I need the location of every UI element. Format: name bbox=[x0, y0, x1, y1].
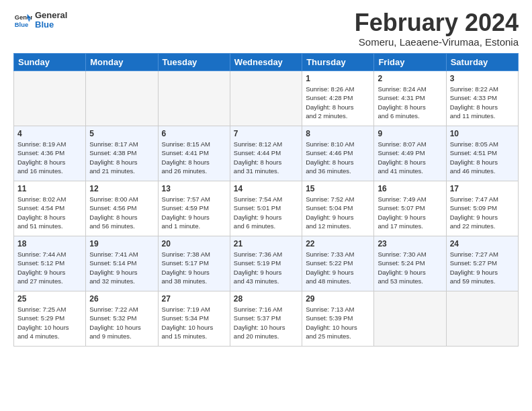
calendar-cell: 5Sunrise: 8:17 AM Sunset: 4:38 PM Daylig… bbox=[86, 126, 158, 181]
day-number: 27 bbox=[162, 294, 226, 304]
day-info: Sunrise: 7:33 AM Sunset: 5:22 PM Dayligh… bbox=[306, 250, 370, 285]
logo-icon: General Blue bbox=[13, 11, 32, 30]
day-number: 28 bbox=[234, 294, 298, 304]
calendar-cell: 17Sunrise: 7:47 AM Sunset: 5:09 PM Dayli… bbox=[446, 181, 518, 236]
day-number: 22 bbox=[306, 239, 370, 248]
logo-line2: Blue bbox=[35, 20, 67, 30]
day-number: 1 bbox=[306, 74, 370, 83]
day-info: Sunrise: 7:38 AM Sunset: 5:17 PM Dayligh… bbox=[162, 250, 226, 285]
month-title: February 2024 bbox=[355, 11, 519, 35]
day-info: Sunrise: 7:44 AM Sunset: 5:12 PM Dayligh… bbox=[17, 250, 82, 285]
calendar-cell: 1Sunrise: 8:26 AM Sunset: 4:28 PM Daylig… bbox=[302, 71, 374, 126]
day-number: 23 bbox=[378, 239, 442, 248]
header: General Blue General Blue February 2024 … bbox=[13, 11, 519, 48]
calendar-cell: 2Sunrise: 8:24 AM Sunset: 4:31 PM Daylig… bbox=[374, 71, 446, 126]
col-tuesday: Tuesday bbox=[158, 54, 230, 71]
col-saturday: Saturday bbox=[446, 54, 518, 71]
calendar-cell: 29Sunrise: 7:13 AM Sunset: 5:39 PM Dayli… bbox=[302, 291, 374, 347]
logo: General Blue General Blue bbox=[13, 11, 67, 30]
day-number: 21 bbox=[234, 239, 298, 248]
day-info: Sunrise: 8:12 AM Sunset: 4:44 PM Dayligh… bbox=[234, 140, 298, 175]
col-friday: Friday bbox=[374, 54, 446, 71]
week-row-4: 25Sunrise: 7:25 AM Sunset: 5:29 PM Dayli… bbox=[14, 291, 519, 347]
col-thursday: Thursday bbox=[302, 54, 374, 71]
day-info: Sunrise: 8:19 AM Sunset: 4:36 PM Dayligh… bbox=[17, 140, 82, 175]
day-info: Sunrise: 8:10 AM Sunset: 4:46 PM Dayligh… bbox=[306, 140, 370, 175]
week-row-2: 11Sunrise: 8:02 AM Sunset: 4:54 PM Dayli… bbox=[14, 181, 519, 236]
calendar-cell: 11Sunrise: 8:02 AM Sunset: 4:54 PM Dayli… bbox=[14, 181, 86, 236]
location-title: Someru, Laeaene-Virumaa, Estonia bbox=[355, 36, 519, 48]
calendar-cell bbox=[14, 71, 86, 126]
calendar-cell bbox=[446, 291, 518, 347]
title-block: February 2024 Someru, Laeaene-Virumaa, E… bbox=[355, 11, 519, 48]
calendar-cell: 23Sunrise: 7:30 AM Sunset: 5:24 PM Dayli… bbox=[374, 236, 446, 291]
week-row-3: 18Sunrise: 7:44 AM Sunset: 5:12 PM Dayli… bbox=[14, 236, 519, 291]
day-number: 7 bbox=[234, 129, 298, 138]
calendar-cell: 6Sunrise: 8:15 AM Sunset: 4:41 PM Daylig… bbox=[158, 126, 230, 181]
day-number: 20 bbox=[162, 239, 226, 248]
day-info: Sunrise: 7:54 AM Sunset: 5:01 PM Dayligh… bbox=[234, 195, 298, 230]
calendar-cell: 20Sunrise: 7:38 AM Sunset: 5:17 PM Dayli… bbox=[158, 236, 230, 291]
calendar-cell: 13Sunrise: 7:57 AM Sunset: 4:59 PM Dayli… bbox=[158, 181, 230, 236]
calendar-cell: 3Sunrise: 8:22 AM Sunset: 4:33 PM Daylig… bbox=[446, 71, 518, 126]
day-number: 9 bbox=[378, 129, 442, 138]
day-info: Sunrise: 7:49 AM Sunset: 5:07 PM Dayligh… bbox=[378, 195, 442, 230]
col-monday: Monday bbox=[86, 54, 158, 71]
day-number: 19 bbox=[89, 239, 154, 248]
calendar-cell bbox=[230, 71, 302, 126]
page: General Blue General Blue February 2024 … bbox=[0, 0, 532, 353]
day-info: Sunrise: 8:24 AM Sunset: 4:31 PM Dayligh… bbox=[378, 85, 442, 120]
day-info: Sunrise: 7:25 AM Sunset: 5:29 PM Dayligh… bbox=[17, 305, 82, 340]
day-info: Sunrise: 7:52 AM Sunset: 5:04 PM Dayligh… bbox=[306, 195, 370, 230]
calendar-cell bbox=[86, 71, 158, 126]
calendar-cell: 9Sunrise: 8:07 AM Sunset: 4:49 PM Daylig… bbox=[374, 126, 446, 181]
calendar-cell: 15Sunrise: 7:52 AM Sunset: 5:04 PM Dayli… bbox=[302, 181, 374, 236]
day-number: 24 bbox=[450, 239, 515, 248]
day-number: 4 bbox=[17, 129, 82, 138]
day-number: 13 bbox=[162, 184, 226, 193]
day-info: Sunrise: 7:19 AM Sunset: 5:34 PM Dayligh… bbox=[162, 305, 226, 340]
day-number: 12 bbox=[89, 184, 154, 193]
calendar-cell: 18Sunrise: 7:44 AM Sunset: 5:12 PM Dayli… bbox=[14, 236, 86, 291]
day-number: 18 bbox=[17, 239, 82, 248]
calendar-cell: 10Sunrise: 8:05 AM Sunset: 4:51 PM Dayli… bbox=[446, 126, 518, 181]
day-info: Sunrise: 7:30 AM Sunset: 5:24 PM Dayligh… bbox=[378, 250, 442, 285]
day-info: Sunrise: 7:36 AM Sunset: 5:19 PM Dayligh… bbox=[234, 250, 298, 285]
calendar-cell: 8Sunrise: 8:10 AM Sunset: 4:46 PM Daylig… bbox=[302, 126, 374, 181]
calendar-cell: 28Sunrise: 7:16 AM Sunset: 5:37 PM Dayli… bbox=[230, 291, 302, 347]
calendar-cell bbox=[374, 291, 446, 347]
day-info: Sunrise: 8:26 AM Sunset: 4:28 PM Dayligh… bbox=[306, 85, 370, 120]
day-info: Sunrise: 8:22 AM Sunset: 4:33 PM Dayligh… bbox=[450, 85, 515, 120]
week-row-0: 1Sunrise: 8:26 AM Sunset: 4:28 PM Daylig… bbox=[14, 71, 519, 126]
day-number: 14 bbox=[234, 184, 298, 193]
calendar-cell: 7Sunrise: 8:12 AM Sunset: 4:44 PM Daylig… bbox=[230, 126, 302, 181]
day-info: Sunrise: 8:17 AM Sunset: 4:38 PM Dayligh… bbox=[89, 140, 154, 175]
day-number: 6 bbox=[162, 129, 226, 138]
day-info: Sunrise: 7:41 AM Sunset: 5:14 PM Dayligh… bbox=[89, 250, 154, 285]
calendar-cell: 21Sunrise: 7:36 AM Sunset: 5:19 PM Dayli… bbox=[230, 236, 302, 291]
day-info: Sunrise: 7:57 AM Sunset: 4:59 PM Dayligh… bbox=[162, 195, 226, 230]
day-number: 15 bbox=[306, 184, 370, 193]
calendar-cell: 12Sunrise: 8:00 AM Sunset: 4:56 PM Dayli… bbox=[86, 181, 158, 236]
day-number: 16 bbox=[378, 184, 442, 193]
day-info: Sunrise: 7:27 AM Sunset: 5:27 PM Dayligh… bbox=[450, 250, 515, 285]
day-info: Sunrise: 8:07 AM Sunset: 4:49 PM Dayligh… bbox=[378, 140, 442, 175]
day-info: Sunrise: 8:15 AM Sunset: 4:41 PM Dayligh… bbox=[162, 140, 226, 175]
calendar-cell: 26Sunrise: 7:22 AM Sunset: 5:32 PM Dayli… bbox=[86, 291, 158, 347]
day-number: 5 bbox=[89, 129, 154, 138]
calendar-cell: 4Sunrise: 8:19 AM Sunset: 4:36 PM Daylig… bbox=[14, 126, 86, 181]
col-sunday: Sunday bbox=[14, 54, 86, 71]
calendar-cell bbox=[158, 71, 230, 126]
day-info: Sunrise: 7:22 AM Sunset: 5:32 PM Dayligh… bbox=[89, 305, 154, 340]
day-number: 11 bbox=[17, 184, 82, 193]
day-number: 17 bbox=[450, 184, 515, 193]
day-info: Sunrise: 7:16 AM Sunset: 5:37 PM Dayligh… bbox=[234, 305, 298, 340]
day-info: Sunrise: 7:13 AM Sunset: 5:39 PM Dayligh… bbox=[306, 305, 370, 340]
logo-line1: General bbox=[35, 11, 67, 20]
calendar-cell: 19Sunrise: 7:41 AM Sunset: 5:14 PM Dayli… bbox=[86, 236, 158, 291]
calendar-cell: 27Sunrise: 7:19 AM Sunset: 5:34 PM Dayli… bbox=[158, 291, 230, 347]
calendar-header-row: Sunday Monday Tuesday Wednesday Thursday… bbox=[14, 54, 519, 71]
day-info: Sunrise: 8:05 AM Sunset: 4:51 PM Dayligh… bbox=[450, 140, 515, 175]
calendar-cell: 22Sunrise: 7:33 AM Sunset: 5:22 PM Dayli… bbox=[302, 236, 374, 291]
col-wednesday: Wednesday bbox=[230, 54, 302, 71]
